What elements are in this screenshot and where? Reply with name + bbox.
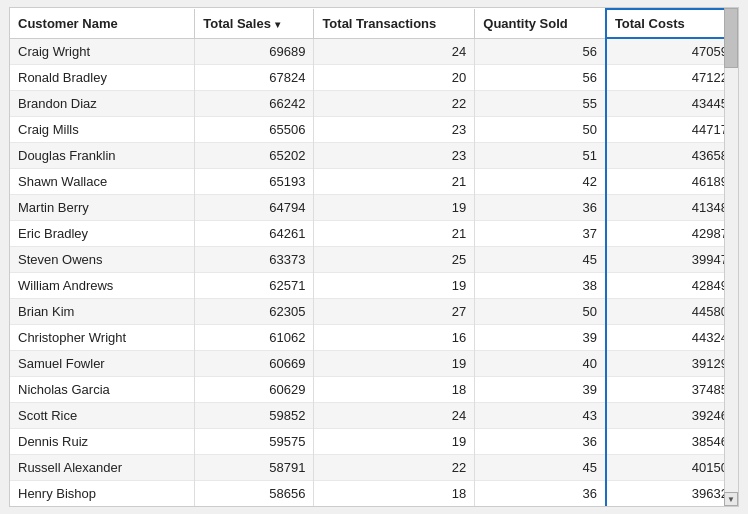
cell-qty: 37 bbox=[475, 221, 606, 247]
table-row: Brandon Diaz66242225543445 bbox=[10, 91, 737, 117]
cell-sales: 63373 bbox=[195, 247, 314, 273]
cell-qty: 38 bbox=[475, 273, 606, 299]
cell-sales: 69689 bbox=[195, 38, 314, 65]
table-row: Nicholas Garcia60629183937485 bbox=[10, 377, 737, 403]
cell-costs: 37485 bbox=[606, 377, 737, 403]
table-row: Douglas Franklin65202235143658 bbox=[10, 143, 737, 169]
cell-name: Craig Mills bbox=[10, 117, 195, 143]
cell-qty: 42 bbox=[475, 169, 606, 195]
table-row: Dennis Ruiz59575193638546 bbox=[10, 429, 737, 455]
cell-name: Dennis Ruiz bbox=[10, 429, 195, 455]
cell-sales: 59852 bbox=[195, 403, 314, 429]
cell-sales: 62571 bbox=[195, 273, 314, 299]
cell-costs: 39246 bbox=[606, 403, 737, 429]
cell-name: William Andrews bbox=[10, 273, 195, 299]
table-row: Steven Owens63373254539947 bbox=[10, 247, 737, 273]
cell-name: Shawn Wallace bbox=[10, 169, 195, 195]
cell-qty: 50 bbox=[475, 117, 606, 143]
cell-costs: 43445 bbox=[606, 91, 737, 117]
cell-qty: 39 bbox=[475, 377, 606, 403]
table-row: William Andrews62571193842849 bbox=[10, 273, 737, 299]
cell-qty: 39 bbox=[475, 325, 606, 351]
cell-costs: 42849 bbox=[606, 273, 737, 299]
cell-qty: 45 bbox=[475, 247, 606, 273]
table-row: Eric Bradley64261213742987 bbox=[10, 221, 737, 247]
cell-sales: 65202 bbox=[195, 143, 314, 169]
scrollbar-thumb[interactable] bbox=[724, 8, 738, 68]
cell-costs: 44717 bbox=[606, 117, 737, 143]
cell-qty: 36 bbox=[475, 481, 606, 507]
cell-sales: 65193 bbox=[195, 169, 314, 195]
cell-name: Douglas Franklin bbox=[10, 143, 195, 169]
col-header-sales[interactable]: Total Sales bbox=[195, 9, 314, 38]
cell-trans: 18 bbox=[314, 481, 475, 507]
cell-sales: 65506 bbox=[195, 117, 314, 143]
cell-name: Eric Bradley bbox=[10, 221, 195, 247]
table-row: Craig Mills65506235044717 bbox=[10, 117, 737, 143]
cell-costs: 41348 bbox=[606, 195, 737, 221]
cell-name: Martin Berry bbox=[10, 195, 195, 221]
cell-trans: 22 bbox=[314, 91, 475, 117]
cell-costs: 38546 bbox=[606, 429, 737, 455]
table-row: Brian Kim62305275044580 bbox=[10, 299, 737, 325]
cell-trans: 16 bbox=[314, 325, 475, 351]
table-row: Russell Alexander58791224540150 bbox=[10, 455, 737, 481]
col-header-costs[interactable]: Total Costs bbox=[606, 9, 737, 38]
table-row: Shawn Wallace65193214246189 bbox=[10, 169, 737, 195]
cell-qty: 40 bbox=[475, 351, 606, 377]
cell-name: Russell Alexander bbox=[10, 455, 195, 481]
cell-trans: 22 bbox=[314, 455, 475, 481]
cell-name: Ronald Bradley bbox=[10, 65, 195, 91]
cell-qty: 56 bbox=[475, 38, 606, 65]
cell-qty: 43 bbox=[475, 403, 606, 429]
cell-trans: 25 bbox=[314, 247, 475, 273]
col-header-trans[interactable]: Total Transactions bbox=[314, 9, 475, 38]
cell-trans: 27 bbox=[314, 299, 475, 325]
cell-sales: 62305 bbox=[195, 299, 314, 325]
table-row: Martin Berry64794193641348 bbox=[10, 195, 737, 221]
cell-sales: 64261 bbox=[195, 221, 314, 247]
table-header-row: Customer Name Total Sales Total Transact… bbox=[10, 9, 737, 38]
cell-trans: 19 bbox=[314, 273, 475, 299]
cell-name: Christopher Wright bbox=[10, 325, 195, 351]
cell-costs: 39129 bbox=[606, 351, 737, 377]
cell-costs: 43658 bbox=[606, 143, 737, 169]
cell-qty: 36 bbox=[475, 429, 606, 455]
cell-trans: 23 bbox=[314, 143, 475, 169]
cell-sales: 66242 bbox=[195, 91, 314, 117]
vertical-scrollbar[interactable]: ▲ ▼ bbox=[724, 8, 738, 506]
cell-name: Nicholas Garcia bbox=[10, 377, 195, 403]
table-row: Ronald Bradley67824205647122 bbox=[10, 65, 737, 91]
cell-qty: 50 bbox=[475, 299, 606, 325]
data-table: Customer Name Total Sales Total Transact… bbox=[9, 7, 739, 507]
cell-name: Scott Rice bbox=[10, 403, 195, 429]
cell-costs: 46189 bbox=[606, 169, 737, 195]
cell-costs: 44324 bbox=[606, 325, 737, 351]
cell-trans: 21 bbox=[314, 221, 475, 247]
cell-sales: 64794 bbox=[195, 195, 314, 221]
cell-trans: 24 bbox=[314, 403, 475, 429]
cell-name: Samuel Fowler bbox=[10, 351, 195, 377]
cell-trans: 21 bbox=[314, 169, 475, 195]
col-header-name[interactable]: Customer Name bbox=[10, 9, 195, 38]
col-header-qty[interactable]: Quantity Sold bbox=[475, 9, 606, 38]
cell-trans: 23 bbox=[314, 117, 475, 143]
cell-qty: 36 bbox=[475, 195, 606, 221]
cell-trans: 19 bbox=[314, 429, 475, 455]
table-row: Samuel Fowler60669194039129 bbox=[10, 351, 737, 377]
cell-trans: 20 bbox=[314, 65, 475, 91]
cell-qty: 55 bbox=[475, 91, 606, 117]
cell-trans: 24 bbox=[314, 38, 475, 65]
cell-sales: 67824 bbox=[195, 65, 314, 91]
cell-trans: 18 bbox=[314, 377, 475, 403]
cell-costs: 39632 bbox=[606, 481, 737, 507]
cell-name: Brian Kim bbox=[10, 299, 195, 325]
scrollbar-down-arrow[interactable]: ▼ bbox=[724, 492, 738, 506]
cell-sales: 59575 bbox=[195, 429, 314, 455]
cell-name: Craig Wright bbox=[10, 38, 195, 65]
table-row: Craig Wright69689245647059 bbox=[10, 38, 737, 65]
cell-name: Steven Owens bbox=[10, 247, 195, 273]
cell-qty: 51 bbox=[475, 143, 606, 169]
table-row: Christopher Wright61062163944324 bbox=[10, 325, 737, 351]
cell-costs: 39947 bbox=[606, 247, 737, 273]
